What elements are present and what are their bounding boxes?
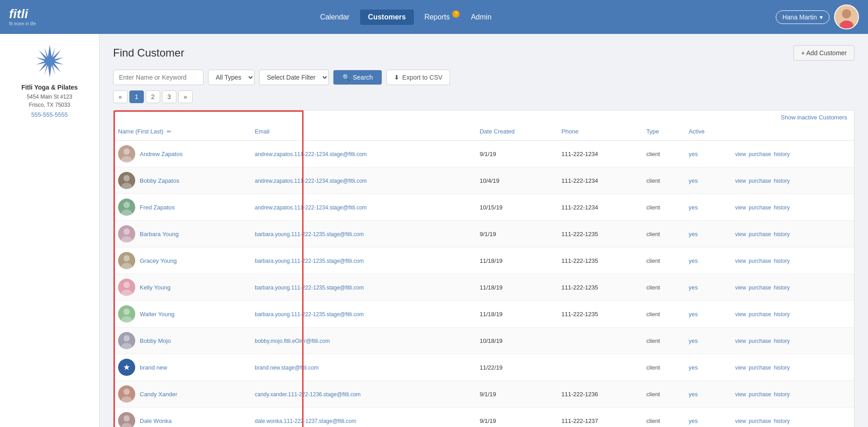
action-purchase-link[interactable]: purchase (749, 258, 771, 264)
email-link[interactable]: andrew.zapatos.111-222-1234.stage@fitli.… (255, 178, 367, 184)
email-link[interactable]: barbara.young.111-222-1235.stage@fitli.c… (255, 311, 364, 318)
header: fitli fit more in life Calendar Customer… (0, 0, 868, 34)
action-purchase-link[interactable]: purchase (749, 418, 771, 424)
avatar: ★ (118, 359, 135, 376)
action-purchase-link[interactable]: purchase (749, 391, 771, 398)
action-view-link[interactable]: view (735, 258, 746, 264)
customer-name-link[interactable]: Gracey Young (140, 257, 177, 264)
action-purchase-link[interactable]: purchase (749, 285, 771, 291)
action-view-link[interactable]: view (735, 391, 746, 398)
search-input[interactable] (113, 70, 204, 85)
pagination-next[interactable]: » (178, 90, 193, 103)
action-view-link[interactable]: view (735, 231, 746, 237)
add-customer-button[interactable]: + Add Customer (793, 45, 854, 61)
customer-name-link[interactable]: Barbara Young (140, 231, 179, 237)
action-history-link[interactable]: history (774, 365, 790, 371)
nav-admin[interactable]: Admin (463, 9, 499, 25)
cell-type: client (642, 247, 684, 274)
cell-type: client (642, 167, 684, 194)
email-link[interactable]: andrew.zapatos.111-222-1234.stage@fitli.… (255, 204, 367, 211)
action-purchase-link[interactable]: purchase (749, 311, 771, 318)
customer-name-link[interactable]: brand new (140, 364, 167, 371)
action-history-link[interactable]: history (774, 204, 790, 211)
action-view-link[interactable]: view (735, 178, 746, 184)
action-history-link[interactable]: history (774, 391, 790, 398)
action-view-link[interactable]: view (735, 285, 746, 291)
customer-name-link[interactable]: Bobby Mojo (140, 337, 171, 344)
email-link[interactable]: barbara.young.111-222-1235.stage@fitli.c… (255, 231, 364, 237)
cell-type: client (642, 408, 684, 427)
pagination: « 1 2 3 » (113, 90, 854, 103)
action-view-link[interactable]: view (735, 311, 746, 318)
type-filter-select[interactable]: All Types Clients Staff (208, 70, 255, 85)
pagination-page-2[interactable]: 2 (146, 90, 160, 103)
user-name-label: Hana Martin (783, 14, 817, 21)
search-button[interactable]: 🔍 Search (333, 70, 382, 85)
cell-name: Kelly Young (114, 274, 250, 301)
email-link[interactable]: brand.new.stage@fitli.com (255, 365, 318, 371)
customer-name-link[interactable]: Kelly Young (140, 284, 171, 291)
avatar (834, 5, 859, 29)
email-link[interactable]: candy.xander.111-222-1236.stage@fitli.co… (255, 391, 360, 398)
email-link[interactable]: andrew.zapatos.111-222-1234.stage@fitli.… (255, 151, 367, 157)
action-purchase-link[interactable]: purchase (749, 151, 771, 157)
nav-customers[interactable]: Customers (360, 9, 414, 25)
active-status: yes (688, 284, 697, 291)
customer-name-link[interactable]: Walter Young (140, 311, 175, 318)
cell-actions: viewpurchasehistory (730, 194, 854, 221)
action-view-link[interactable]: view (735, 338, 746, 344)
cell-phone (557, 327, 642, 354)
action-history-link[interactable]: history (774, 311, 790, 318)
table-row: Fred Zapatosandrew.zapatos.111-222-1234.… (114, 194, 854, 221)
action-history-link[interactable]: history (774, 178, 790, 184)
cell-name: ★brand new (114, 354, 250, 381)
email-link[interactable]: barbara.young.111-222-1235.stage@fitli.c… (255, 285, 364, 291)
email-link[interactable]: dale.wonka.111-222-1237.stage@fitli.com (255, 418, 356, 424)
action-history-link[interactable]: history (774, 258, 790, 264)
show-inactive-link[interactable]: Show inactive Customers (114, 110, 854, 123)
cell-date-created: 11/18/19 (475, 301, 557, 327)
action-history-link[interactable]: history (774, 285, 790, 291)
cell-active: yes (684, 194, 730, 221)
company-phone[interactable]: 555-555-5555 (31, 111, 68, 118)
cell-type: client (642, 354, 684, 381)
customer-name-link[interactable]: Candy Xander (140, 391, 177, 398)
customer-name-link[interactable]: Fred Zapatos (140, 204, 175, 211)
customer-name-link[interactable]: Bobby Zapatos (140, 177, 179, 184)
pagination-prev[interactable]: « (113, 90, 128, 103)
action-history-link[interactable]: history (774, 151, 790, 157)
nav-calendar[interactable]: Calendar (312, 9, 358, 25)
export-csv-button[interactable]: ⬇ Export to CSV (386, 70, 450, 85)
action-view-link[interactable]: view (735, 204, 746, 211)
action-view-link[interactable]: view (735, 418, 746, 424)
action-history-link[interactable]: history (774, 231, 790, 237)
pagination-page-3[interactable]: 3 (162, 90, 176, 103)
cell-email: dale.wonka.111-222-1237.stage@fitli.com (250, 408, 475, 427)
pagination-page-1[interactable]: 1 (129, 90, 144, 103)
action-purchase-link[interactable]: purchase (749, 178, 771, 184)
action-purchase-link[interactable]: purchase (749, 365, 771, 371)
action-history-link[interactable]: history (774, 338, 790, 344)
action-view-link[interactable]: view (735, 151, 746, 157)
action-purchase-link[interactable]: purchase (749, 204, 771, 211)
name-edit-icon[interactable]: ✏ (167, 128, 171, 135)
user-menu-button[interactable]: Hana Martin ▾ (776, 10, 830, 24)
cell-phone: 111-222-1236 (557, 381, 642, 408)
action-view-link[interactable]: view (735, 365, 746, 371)
action-purchase-link[interactable]: purchase (749, 338, 771, 344)
nav-reports[interactable]: Reports ? (416, 9, 460, 25)
action-purchase-link[interactable]: purchase (749, 231, 771, 237)
email-link[interactable]: barbara.young.111-222-1235.stage@fitli.c… (255, 258, 364, 264)
cell-name: Gracey Young (114, 247, 250, 274)
cell-active: yes (684, 408, 730, 427)
active-status: yes (688, 151, 697, 157)
customer-name-link[interactable]: Dale Wonka (140, 418, 172, 424)
action-history-link[interactable]: history (774, 418, 790, 424)
email-link[interactable]: bobby.mojo.fitli.eOirrr@fitli.com (255, 338, 330, 344)
cell-actions: viewpurchasehistory (730, 301, 854, 327)
customer-name-link[interactable]: Andrew Zapatos (140, 151, 183, 157)
cell-date-created: 11/18/19 (475, 247, 557, 274)
date-filter-select[interactable]: Select Date Filter Last 7 days Last 30 d… (259, 70, 329, 85)
active-status: yes (688, 418, 697, 424)
cell-phone: 111-222-1235 (557, 301, 642, 327)
